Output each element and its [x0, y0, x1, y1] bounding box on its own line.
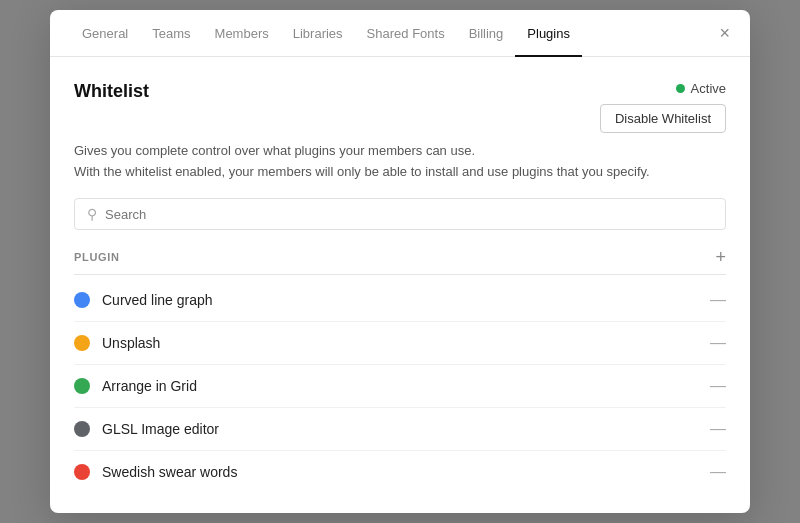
add-plugin-icon[interactable]: + [715, 248, 726, 266]
modal-dialog: General Teams Members Libraries Shared F… [50, 10, 750, 514]
active-label: Active [691, 81, 726, 96]
tab-plugins[interactable]: Plugins [515, 10, 582, 57]
active-dot-icon [676, 84, 685, 93]
remove-plugin-icon[interactable]: — [710, 421, 726, 437]
plugin-left: Swedish swear words [74, 464, 237, 480]
plugin-color-icon [74, 378, 90, 394]
remove-plugin-icon[interactable]: — [710, 292, 726, 308]
plugin-color-icon [74, 292, 90, 308]
search-bar: ⚲ [74, 198, 726, 230]
plugin-list-item: Unsplash — [74, 322, 726, 365]
tab-members[interactable]: Members [203, 10, 281, 57]
plugin-list-header: PLUGIN + [74, 244, 726, 275]
plugin-list: Curved line graph — Unsplash — Arrange i… [74, 279, 726, 493]
tab-billing[interactable]: Billing [457, 10, 516, 57]
active-badge: Active [676, 81, 726, 96]
plugin-name: Arrange in Grid [102, 378, 197, 394]
whitelist-right: Active Disable Whitelist [600, 81, 726, 133]
modal-body: Whitelist Active Disable Whitelist Gives… [50, 57, 750, 514]
plugin-name: Unsplash [102, 335, 160, 351]
plugin-left: Arrange in Grid [74, 378, 197, 394]
remove-plugin-icon[interactable]: — [710, 378, 726, 394]
plugin-list-item: Curved line graph — [74, 279, 726, 322]
plugin-left: Curved line graph [74, 292, 213, 308]
plugin-list-item: GLSL Image editor — [74, 408, 726, 451]
plugin-color-icon [74, 335, 90, 351]
plugin-name: Swedish swear words [102, 464, 237, 480]
plugin-list-item: Arrange in Grid — [74, 365, 726, 408]
plugin-list-item: Swedish swear words — [74, 451, 726, 493]
whitelist-title-group: Whitelist [74, 81, 149, 102]
close-button[interactable]: × [715, 20, 734, 46]
disable-whitelist-button[interactable]: Disable Whitelist [600, 104, 726, 133]
plugin-left: Unsplash [74, 335, 160, 351]
whitelist-title: Whitelist [74, 81, 149, 102]
tab-bar: General Teams Members Libraries Shared F… [50, 10, 750, 57]
whitelist-header: Whitelist Active Disable Whitelist [74, 81, 726, 133]
plugin-color-icon [74, 464, 90, 480]
plugin-name: Curved line graph [102, 292, 213, 308]
remove-plugin-icon[interactable]: — [710, 464, 726, 480]
tab-teams[interactable]: Teams [140, 10, 202, 57]
tab-libraries[interactable]: Libraries [281, 10, 355, 57]
search-icon: ⚲ [87, 206, 97, 222]
plugin-color-icon [74, 421, 90, 437]
tab-shared-fonts[interactable]: Shared Fonts [355, 10, 457, 57]
whitelist-description: Gives you complete control over what plu… [74, 141, 726, 183]
tab-general[interactable]: General [70, 10, 140, 57]
plugin-left: GLSL Image editor [74, 421, 219, 437]
plugin-name: GLSL Image editor [102, 421, 219, 437]
search-input[interactable] [105, 207, 713, 222]
plugin-column-label: PLUGIN [74, 251, 120, 263]
remove-plugin-icon[interactable]: — [710, 335, 726, 351]
